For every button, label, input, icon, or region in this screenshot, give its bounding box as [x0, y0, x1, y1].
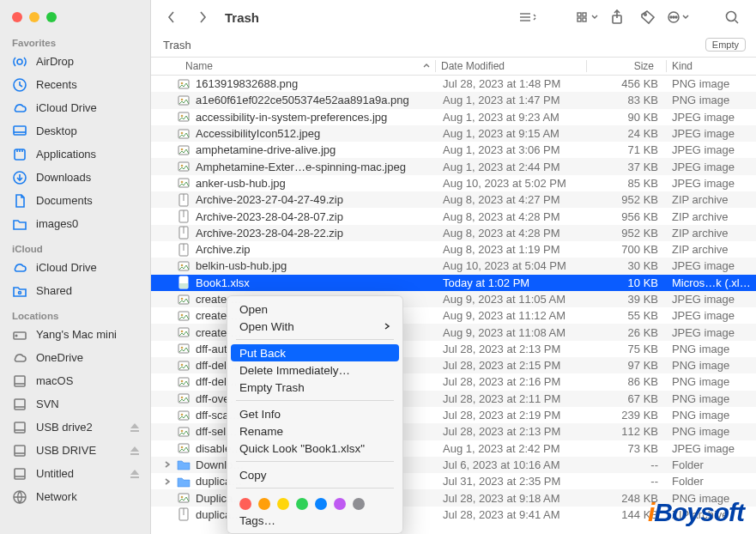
forward-button[interactable]	[191, 5, 215, 29]
tag-color-dot[interactable]	[315, 498, 327, 510]
file-type-icon	[177, 160, 191, 173]
sidebar-item-network[interactable]: Network	[0, 485, 150, 508]
file-name-cell: Amphetamine-Exter…e-spinning-mac.jpeg	[151, 160, 438, 173]
sidebar-item-images0[interactable]: images0	[0, 212, 150, 235]
zoom-window-button[interactable]	[46, 12, 57, 22]
file-type-icon	[177, 491, 191, 505]
menu-item-empty-trash[interactable]: Empty Trash	[227, 379, 402, 396]
menu-item-rename[interactable]: Rename	[227, 422, 402, 440]
sidebar-item-label: iCloud Drive	[36, 100, 140, 116]
menu-item-quick-look-book1-xlsx[interactable]: Quick Look "Book1.xlsx"	[227, 440, 402, 457]
menu-item-copy[interactable]: Copy	[227, 466, 402, 483]
eject-icon[interactable]	[130, 469, 140, 479]
file-type-icon	[177, 325, 191, 339]
close-window-button[interactable]	[12, 12, 22, 22]
search-button[interactable]	[720, 5, 744, 29]
file-row[interactable]: anker-usb-hub.jpg Aug 10, 2023 at 5:02 P…	[151, 175, 756, 191]
sidebar-item-applications[interactable]: Applications	[0, 143, 150, 166]
file-size: 73 KB	[588, 442, 667, 455]
tag-color-dot[interactable]	[353, 498, 365, 510]
svg-point-70	[181, 264, 184, 267]
share-button[interactable]	[605, 5, 629, 29]
header-date[interactable]: Date Modified	[436, 60, 586, 72]
file-row[interactable]: AccessibilityIcon512.jpeg Aug 1, 2023 at…	[151, 125, 756, 142]
tag-color-dot[interactable]	[334, 498, 346, 510]
eject-icon[interactable]	[130, 446, 140, 456]
tag-color-dot[interactable]	[277, 498, 289, 510]
menu-item-label: Put Back	[239, 347, 286, 360]
file-size: 952 KB	[588, 227, 667, 240]
file-row[interactable]: Amphetamine-Exter…e-spinning-mac.jpeg Au…	[151, 158, 756, 174]
header-size[interactable]: Size	[587, 60, 666, 72]
disclosure-triangle-icon[interactable]	[163, 477, 172, 486]
header-kind[interactable]: Kind	[667, 60, 756, 72]
machine-icon	[12, 327, 27, 343]
sidebar-item-icloud-drive[interactable]: iCloud Drive	[0, 256, 150, 279]
file-row[interactable]: 1613919832688.png Jul 28, 2023 at 1:48 P…	[151, 76, 756, 92]
eject-icon[interactable]	[130, 422, 140, 433]
header-name[interactable]: Name	[151, 60, 435, 72]
action-menu-button[interactable]	[667, 9, 689, 25]
minimize-window-button[interactable]	[29, 12, 39, 22]
sidebar-item-desktop[interactable]: Desktop	[0, 119, 150, 143]
file-size: 37 KB	[588, 161, 667, 173]
file-row[interactable]: Archive-2023-28-04-28-22.zip Aug 8, 2023…	[151, 225, 756, 241]
menu-item-open-with[interactable]: Open With	[227, 318, 402, 335]
file-name-cell: Archive.zip	[151, 243, 438, 257]
sidebar-item-usb-drive[interactable]: USB DRIVE	[0, 439, 150, 462]
file-type-icon	[177, 409, 191, 422]
file-size: 55 KB	[588, 309, 667, 322]
file-row[interactable]: Book1.xlsx Today at 1:02 PM 10 KB Micros…	[151, 275, 756, 291]
menu-item-put-back[interactable]: Put Back	[231, 344, 399, 361]
disclosure-triangle-icon[interactable]	[163, 460, 172, 469]
file-kind: PNG image	[667, 94, 756, 106]
tags-button[interactable]	[636, 5, 660, 29]
sidebar-item-airdrop[interactable]: AirDrop	[0, 50, 150, 73]
sidebar-item-downloads[interactable]: Downloads	[0, 166, 150, 189]
file-size: 86 KB	[588, 375, 667, 388]
sidebar-item-macos[interactable]: macOS	[0, 369, 150, 392]
menu-item-delete-immediately[interactable]: Delete Immediately…	[227, 361, 402, 379]
group-by-button[interactable]	[576, 10, 598, 24]
tag-color-dot[interactable]	[239, 498, 251, 510]
sidebar-item-documents[interactable]: Documents	[0, 189, 150, 212]
file-kind: ZIP archive	[667, 227, 756, 240]
file-size: 456 KB	[588, 77, 667, 90]
file-row[interactable]: Archive-2023-27-04-27-49.zip Aug 8, 2023…	[151, 191, 756, 208]
file-name: 1613919832688.png	[196, 77, 298, 90]
sidebar-item-svn[interactable]: SVN	[0, 392, 150, 416]
svg-point-43	[670, 16, 672, 18]
tag-color-dot[interactable]	[258, 498, 270, 510]
svg-point-84	[181, 380, 184, 383]
sidebar-item-yang-s-mac-mini[interactable]: Yang's Mac mini	[0, 323, 150, 346]
sidebar-item-label: SVN	[36, 396, 140, 412]
disclosure-triangle-icon	[163, 246, 172, 254]
file-row[interactable]: a1e60f61ef022ce505374e52aa891a9a.png Aug…	[151, 92, 756, 108]
sidebar-item-shared[interactable]: Shared	[0, 279, 150, 302]
sidebar-item-icloud-drive[interactable]: iCloud Drive	[0, 96, 150, 119]
file-row[interactable]: accessibility-in-system-preferences.jpg …	[151, 109, 756, 125]
file-row[interactable]: Archive-2023-28-04-28-07.zip Aug 8, 2023…	[151, 208, 756, 224]
sidebar-item-usb-drive2[interactable]: USB drive2	[0, 416, 150, 439]
menu-item-open[interactable]: Open	[227, 300, 402, 318]
sidebar-item-untitled[interactable]: Untitled	[0, 462, 150, 485]
empty-trash-button[interactable]: Empty	[705, 38, 746, 52]
file-date: Jul 28, 2023 at 2:13 PM	[438, 425, 588, 438]
svg-point-10	[19, 291, 21, 294]
disk-icon	[12, 397, 27, 412]
sidebar-item-onedrive[interactable]: OneDrive	[0, 346, 150, 369]
file-name-cell: AccessibilityIcon512.jpeg	[151, 127, 438, 141]
menu-item-tags[interactable]: Tags…	[227, 512, 402, 529]
svg-point-86	[181, 397, 184, 399]
file-row[interactable]: Archive.zip Aug 8, 2023 at 1:19 PM 700 K…	[151, 241, 756, 258]
svg-point-74	[181, 297, 184, 300]
back-button[interactable]	[160, 5, 184, 29]
file-row[interactable]: belkin-usb-hub.jpg Aug 10, 2023 at 5:04 …	[151, 258, 756, 274]
sidebar-item-recents[interactable]: Recents	[0, 73, 150, 96]
svg-point-42	[673, 16, 674, 18]
menu-item-get-info[interactable]: Get Info	[227, 405, 402, 422]
tag-color-dot[interactable]	[296, 498, 308, 510]
view-mode-button[interactable]	[517, 10, 536, 24]
file-row[interactable]: amphetamine-drive-alive.jpg Aug 1, 2023 …	[151, 142, 756, 158]
path-crumb[interactable]: Trash	[163, 39, 198, 52]
